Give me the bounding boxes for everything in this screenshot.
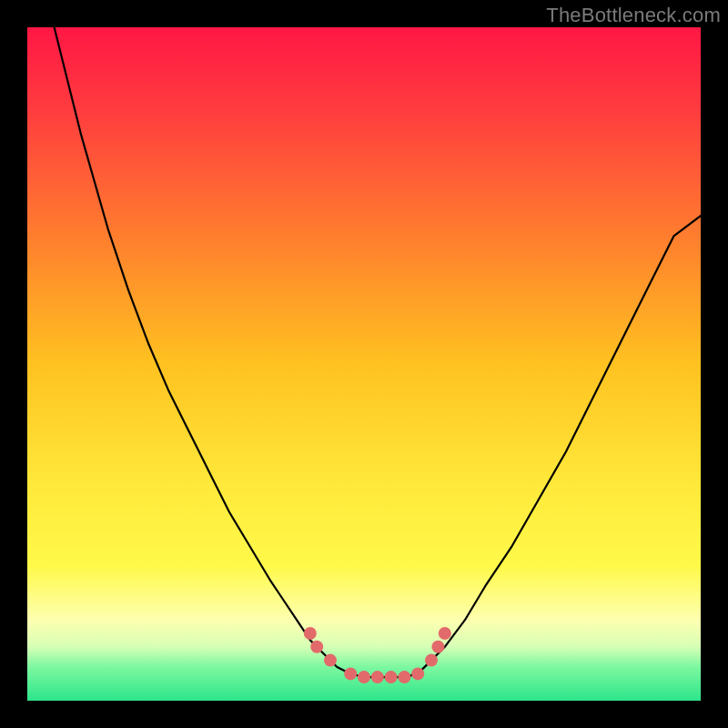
marker-point — [411, 667, 424, 680]
marker-point — [310, 641, 323, 653]
chart-svg — [27, 27, 701, 701]
marker-point — [439, 627, 451, 640]
marker-point — [358, 671, 370, 683]
gradient-background — [27, 27, 701, 701]
watermark-text: TheBottleneck.com — [546, 4, 721, 27]
marker-point — [385, 671, 398, 683]
marker-point — [398, 671, 410, 683]
marker-point — [324, 654, 337, 667]
marker-point — [304, 627, 317, 640]
plot-area — [27, 27, 701, 701]
marker-point — [431, 641, 444, 653]
marker-point — [371, 671, 384, 683]
marker-point — [344, 667, 357, 680]
marker-point — [425, 654, 438, 667]
chart-frame: TheBottleneck.com — [0, 0, 728, 728]
